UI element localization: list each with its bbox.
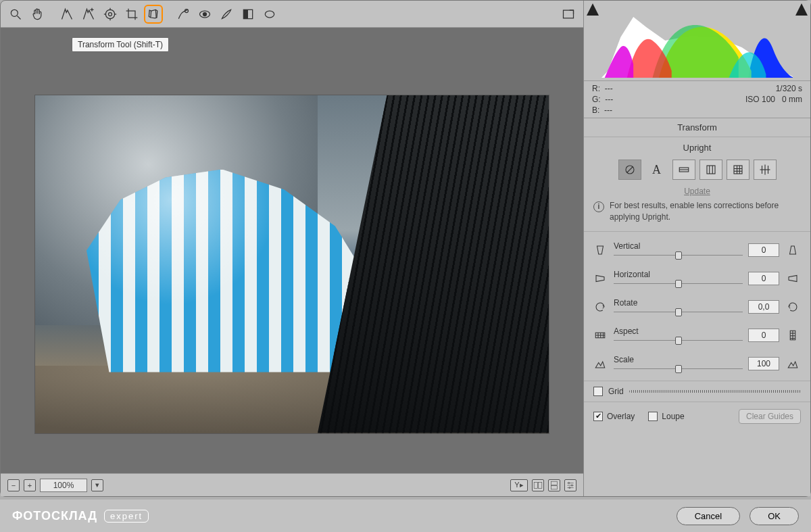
shadow-clip-icon[interactable] xyxy=(587,3,599,16)
readout-iso: ISO 100 xyxy=(745,95,775,104)
before-after-y-icon[interactable]: Y▸ xyxy=(510,479,528,491)
scale-label: Scale xyxy=(614,355,743,364)
svg-point-14 xyxy=(203,12,207,16)
upright-off-button[interactable] xyxy=(618,160,641,180)
brand-badge: expert xyxy=(104,510,149,523)
svg-rect-19 xyxy=(534,482,537,488)
grid-row: Grid xyxy=(584,381,810,402)
svg-point-4 xyxy=(109,12,112,16)
white-balance-tool-icon[interactable] xyxy=(57,5,76,24)
svg-rect-22 xyxy=(551,485,557,489)
zoom-tool-icon[interactable] xyxy=(6,5,25,24)
info-icon: i xyxy=(593,201,604,212)
brand-text: ФОТОСКЛАД xyxy=(12,509,97,523)
status-bar: − + 100% ▾ Y▸ xyxy=(1,473,583,496)
upright-title: Upright xyxy=(593,143,801,153)
svg-rect-18 xyxy=(564,10,574,18)
upright-guided-button[interactable] xyxy=(754,160,777,180)
readout-shutter: 1/320 s xyxy=(745,84,802,93)
rotate-value[interactable]: 0,0 xyxy=(748,300,779,314)
overlay-label: Overlay xyxy=(607,412,635,421)
svg-rect-33 xyxy=(707,166,715,174)
gradient-tool-icon[interactable] xyxy=(239,5,257,24)
compare-vert-icon[interactable] xyxy=(548,479,560,491)
upright-level-button[interactable] xyxy=(672,160,695,180)
svg-rect-16 xyxy=(243,9,248,18)
vertical-slider[interactable] xyxy=(614,252,743,259)
spot-heal-tool-icon[interactable] xyxy=(174,5,193,24)
photo-preview[interactable] xyxy=(35,95,549,433)
hand-tool-icon[interactable] xyxy=(28,5,47,24)
compare-horiz-icon[interactable] xyxy=(532,479,544,491)
scale-slider[interactable] xyxy=(614,366,743,372)
upright-auto-button[interactable]: A xyxy=(645,160,668,180)
canvas-area[interactable]: Transform Tool (Shift-T) xyxy=(1,28,583,473)
rotate-slider[interactable] xyxy=(614,309,743,316)
rotate-label: Rotate xyxy=(614,298,743,308)
upright-full-button[interactable] xyxy=(727,160,749,180)
right-panel: R: --- G: --- B: --- 1/320 s ISO 100 0 m… xyxy=(584,1,810,496)
horizontal-left-icon xyxy=(593,272,607,285)
readout-focal: 0 mm xyxy=(782,95,802,104)
highlight-clip-icon[interactable] xyxy=(795,3,808,16)
zoom-out-button[interactable]: − xyxy=(7,479,20,491)
zoom-in-button[interactable]: + xyxy=(24,479,36,491)
loupe-label: Loupe xyxy=(662,412,684,421)
brand: ФОТОСКЛАД expert xyxy=(12,509,149,523)
info-readout: R: --- G: --- B: --- 1/320 s ISO 100 0 m… xyxy=(584,80,810,118)
svg-rect-21 xyxy=(551,481,557,485)
redeye-tool-icon[interactable] xyxy=(195,5,214,24)
upright-update-link[interactable]: Update xyxy=(593,187,801,196)
upright-info-text: For best results, enable lens correction… xyxy=(610,200,801,223)
vertical-right-icon xyxy=(786,243,800,257)
clear-guides-button[interactable]: Clear Guides xyxy=(739,409,801,424)
svg-line-10 xyxy=(151,11,151,18)
grid-checkbox[interactable] xyxy=(593,387,603,396)
svg-rect-20 xyxy=(539,482,542,488)
svg-line-1 xyxy=(18,16,21,19)
tool-tooltip: Transform Tool (Shift-T) xyxy=(72,37,169,52)
horizontal-label: Horizontal xyxy=(614,270,743,279)
zoom-level[interactable]: 100% xyxy=(40,479,87,492)
overlay-row: Overlay Loupe Clear Guides xyxy=(584,402,810,431)
vertical-left-icon xyxy=(593,243,607,257)
color-sampler-tool-icon[interactable] xyxy=(79,5,98,24)
transform-tool-icon[interactable] xyxy=(144,5,163,24)
aspect-label: Aspect xyxy=(614,327,743,336)
rotate-right-icon xyxy=(786,300,800,314)
overlay-checkbox[interactable] xyxy=(593,412,603,421)
target-adjust-tool-icon[interactable] xyxy=(101,5,120,24)
svg-rect-36 xyxy=(734,166,742,174)
fullscreen-toggle-icon[interactable] xyxy=(559,5,578,24)
grid-label: Grid xyxy=(608,387,624,396)
settings-sliders-icon[interactable] xyxy=(564,479,576,491)
vertical-value[interactable]: 0 xyxy=(748,243,779,257)
loupe-checkbox[interactable] xyxy=(648,412,658,421)
svg-point-5 xyxy=(105,9,114,18)
left-pane: Transform Tool (Shift-T) − + 100% ▾ Y▸ xyxy=(1,1,584,496)
toolbar xyxy=(1,1,583,28)
scale-value[interactable]: 100 xyxy=(748,357,779,370)
horizontal-slider[interactable] xyxy=(614,281,743,287)
grid-size-slider[interactable] xyxy=(629,388,801,395)
zoom-dropdown-icon[interactable]: ▾ xyxy=(91,479,103,491)
svg-point-17 xyxy=(265,11,274,18)
histogram[interactable] xyxy=(601,3,793,78)
transform-sliders: Vertical 0 Horizontal 0 Rotate xyxy=(584,232,810,381)
radial-tool-icon[interactable] xyxy=(260,5,279,24)
svg-line-11 xyxy=(155,9,156,18)
aspect-value[interactable]: 0 xyxy=(748,329,779,342)
brush-tool-icon[interactable] xyxy=(217,5,236,24)
vertical-label: Vertical xyxy=(614,241,743,251)
readout-b: B: --- xyxy=(592,105,613,115)
aspect-left-icon xyxy=(593,329,607,342)
upright-vertical-button[interactable] xyxy=(699,160,722,180)
scale-right-icon xyxy=(786,357,800,370)
aspect-slider[interactable] xyxy=(614,337,743,344)
horizontal-value[interactable]: 0 xyxy=(748,272,779,285)
ok-button[interactable]: OK xyxy=(749,507,799,525)
cancel-button[interactable]: Cancel xyxy=(677,507,740,525)
svg-point-0 xyxy=(11,9,18,16)
crop-tool-icon[interactable] xyxy=(122,5,141,24)
app-window: Transform Tool (Shift-T) − + 100% ▾ Y▸ xyxy=(0,0,811,497)
